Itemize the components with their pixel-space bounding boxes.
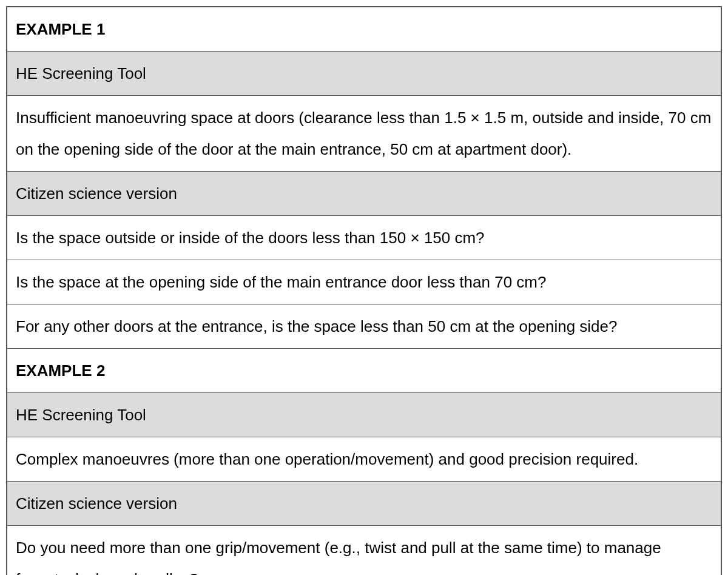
content-cell: Insufficient manoeuvring space at doors …	[7, 96, 721, 172]
section-label: Citizen science version	[7, 482, 721, 526]
content-cell: Do you need more than one grip/movement …	[7, 526, 721, 576]
example-header: EXAMPLE 2	[7, 349, 721, 393]
section-label: HE Screening Tool	[7, 393, 721, 437]
table-row: EXAMPLE 1	[7, 7, 721, 52]
examples-table: EXAMPLE 1 HE Screening Tool Insufficient…	[6, 6, 722, 575]
table-row: HE Screening Tool	[7, 52, 721, 96]
example-header: EXAMPLE 1	[7, 7, 721, 52]
content-cell: For any other doors at the entrance, is …	[7, 304, 721, 349]
table-row: Complex manoeuvres (more than one operat…	[7, 437, 721, 482]
section-label: Citizen science version	[7, 172, 721, 216]
table-body: EXAMPLE 1 HE Screening Tool Insufficient…	[7, 7, 721, 575]
section-label: HE Screening Tool	[7, 52, 721, 96]
content-cell: Is the space outside or inside of the do…	[7, 216, 721, 260]
table-row: Is the space at the opening side of the …	[7, 260, 721, 304]
content-cell: Is the space at the opening side of the …	[7, 260, 721, 304]
table-row: Insufficient manoeuvring space at doors …	[7, 96, 721, 172]
table-row: HE Screening Tool	[7, 393, 721, 437]
table-row: Is the space outside or inside of the do…	[7, 216, 721, 260]
table-row: For any other doors at the entrance, is …	[7, 304, 721, 349]
content-cell: Complex manoeuvres (more than one operat…	[7, 437, 721, 482]
table-row: Citizen science version	[7, 482, 721, 526]
table-row: Do you need more than one grip/movement …	[7, 526, 721, 576]
table-row: Citizen science version	[7, 172, 721, 216]
table-row: EXAMPLE 2	[7, 349, 721, 393]
